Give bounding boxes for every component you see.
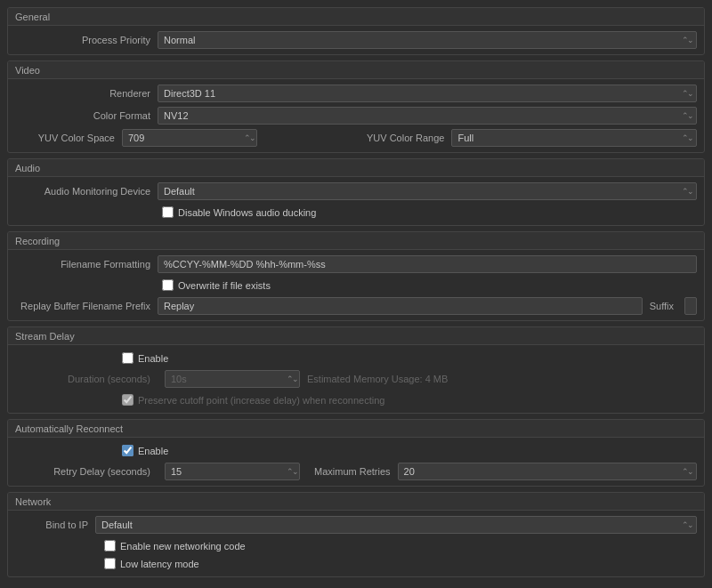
disable-ducking-row: Disable Windows audio ducking bbox=[162, 205, 697, 220]
section-network: Network Bind to IP Default Enable new ne… bbox=[7, 492, 705, 577]
section-body-auto-reconnect: Enable Retry Delay (seconds) Maximum Ret… bbox=[8, 438, 704, 486]
section-video: Video Renderer Direct3D 11 Color Format … bbox=[7, 60, 705, 153]
auto-reconnect-enable-checkbox[interactable] bbox=[122, 445, 134, 456]
bind-ip-label: Bind to IP bbox=[15, 520, 95, 530]
retry-delay-input[interactable] bbox=[165, 463, 300, 480]
section-body-recording: Filename Formatting Overwrite if file ex… bbox=[8, 250, 704, 320]
filename-label: Filename Formatting bbox=[15, 259, 158, 270]
section-title-recording: Recording bbox=[8, 232, 704, 250]
section-title-stream-delay: Stream Delay bbox=[8, 327, 704, 345]
max-retries-label: Maximum Retries bbox=[307, 466, 391, 477]
color-format-wrapper: NV12 bbox=[158, 107, 697, 125]
section-body-video: Renderer Direct3D 11 Color Format NV12 Y… bbox=[8, 79, 704, 152]
auto-reconnect-enable-label[interactable]: Enable bbox=[138, 446, 168, 456]
preserve-row: Preserve cutoff point (increase delay) w… bbox=[122, 392, 697, 407]
new-networking-checkbox[interactable] bbox=[104, 540, 116, 552]
retry-delay-spinner bbox=[165, 463, 300, 480]
color-format-select[interactable]: NV12 bbox=[158, 107, 697, 125]
section-title-video: Video bbox=[8, 61, 704, 79]
filename-input[interactable] bbox=[158, 255, 697, 273]
max-retries-wrapper: 20 bbox=[398, 463, 697, 480]
renderer-row: Renderer Direct3D 11 bbox=[15, 85, 697, 102]
yuv-color-range-select[interactable]: Full bbox=[451, 129, 697, 147]
color-format-row: Color Format NV12 bbox=[15, 107, 697, 125]
renderer-select[interactable]: Direct3D 11 bbox=[158, 85, 697, 102]
disable-ducking-label[interactable]: Disable Windows audio ducking bbox=[178, 207, 316, 218]
retry-delay-label: Retry Delay (seconds) bbox=[15, 466, 158, 477]
yuv-color-range-group: YUV Color Range Full bbox=[360, 129, 697, 147]
audio-monitoring-row: Audio Monitoring Device Default bbox=[15, 182, 697, 200]
new-networking-label[interactable]: Enable new networking code bbox=[120, 541, 246, 552]
section-stream-delay: Stream Delay Enable Duration (seconds) E… bbox=[7, 326, 705, 414]
stream-delay-enable-row: Enable bbox=[122, 350, 697, 366]
memory-usage-label: Estimated Memory Usage: 4 MB bbox=[307, 374, 448, 384]
auto-reconnect-enable-row: Enable bbox=[122, 443, 697, 458]
low-latency-label[interactable]: Low latency mode bbox=[120, 559, 199, 569]
section-body-general: Process Priority Normal bbox=[8, 26, 704, 54]
section-title-audio: Audio bbox=[8, 159, 704, 177]
section-audio: Audio Audio Monitoring Device Default Di… bbox=[7, 158, 705, 226]
replay-suffix-label: Suffix bbox=[643, 301, 681, 311]
section-general: General Process Priority Normal bbox=[7, 7, 705, 55]
duration-row: Duration (seconds) Estimated Memory Usag… bbox=[15, 370, 697, 388]
settings-container: General Process Priority Normal Video Re… bbox=[0, 0, 712, 588]
duration-spinner bbox=[165, 370, 300, 388]
process-priority-row: Process Priority Normal bbox=[15, 31, 697, 49]
replay-suffix-input[interactable] bbox=[684, 297, 697, 315]
section-title-network: Network bbox=[8, 493, 704, 511]
bind-ip-wrapper: Default bbox=[95, 516, 697, 534]
section-body-network: Bind to IP Default Enable new networking… bbox=[8, 511, 704, 576]
preserve-checkbox[interactable] bbox=[122, 394, 134, 406]
section-body-stream-delay: Enable Duration (seconds) Estimated Memo… bbox=[8, 345, 704, 413]
new-networking-row: Enable new networking code bbox=[15, 538, 697, 553]
max-retries-select[interactable]: 20 bbox=[398, 463, 697, 480]
bind-ip-select[interactable]: Default bbox=[95, 516, 697, 534]
process-priority-wrapper: Normal bbox=[158, 31, 697, 49]
filename-row: Filename Formatting bbox=[15, 255, 697, 273]
process-priority-select[interactable]: Normal bbox=[158, 31, 697, 49]
audio-monitoring-wrapper: Default bbox=[158, 182, 697, 200]
overwrite-checkbox[interactable] bbox=[162, 279, 174, 291]
replay-prefix-input[interactable] bbox=[158, 297, 643, 315]
yuv-color-range-label: YUV Color Range bbox=[360, 133, 451, 143]
process-priority-label: Process Priority bbox=[15, 35, 158, 45]
low-latency-row: Low latency mode bbox=[15, 556, 697, 571]
yuv-color-space-spinner bbox=[122, 129, 257, 147]
section-auto-reconnect: Automatically Reconnect Enable Retry Del… bbox=[7, 419, 705, 487]
stream-delay-enable-checkbox[interactable] bbox=[122, 352, 134, 364]
section-title-general: General bbox=[8, 8, 704, 26]
low-latency-checkbox[interactable] bbox=[104, 558, 116, 569]
retry-row: Retry Delay (seconds) Maximum Retries 20 bbox=[15, 463, 697, 480]
yuv-color-space-label: YUV Color Space bbox=[15, 133, 122, 143]
preserve-label: Preserve cutoff point (increase delay) w… bbox=[138, 395, 384, 406]
section-body-audio: Audio Monitoring Device Default Disable … bbox=[8, 177, 704, 225]
bind-ip-row: Bind to IP Default bbox=[15, 516, 697, 534]
audio-monitoring-label: Audio Monitoring Device bbox=[15, 186, 158, 197]
yuv-color-space-group: YUV Color Space bbox=[15, 129, 352, 147]
disable-ducking-checkbox[interactable] bbox=[162, 206, 174, 218]
section-title-auto-reconnect: Automatically Reconnect bbox=[8, 420, 704, 438]
audio-monitoring-select[interactable]: Default bbox=[158, 182, 697, 200]
yuv-color-space-input[interactable] bbox=[122, 129, 257, 147]
replay-buffer-row: Replay Buffer Filename Prefix Suffix bbox=[15, 297, 697, 315]
stream-delay-enable-label[interactable]: Enable bbox=[138, 353, 168, 364]
duration-label: Duration (seconds) bbox=[15, 374, 158, 384]
renderer-label: Renderer bbox=[15, 88, 158, 99]
renderer-wrapper: Direct3D 11 bbox=[158, 85, 697, 102]
overwrite-row: Overwrite if file exists bbox=[162, 278, 697, 293]
yuv-row: YUV Color Space YUV Color Range Full bbox=[15, 129, 697, 147]
color-format-label: Color Format bbox=[15, 110, 158, 121]
replay-prefix-label: Replay Buffer Filename Prefix bbox=[15, 301, 158, 311]
overwrite-label[interactable]: Overwrite if file exists bbox=[178, 280, 271, 291]
yuv-color-range-wrapper: Full bbox=[451, 129, 697, 147]
section-recording: Recording Filename Formatting Overwrite … bbox=[7, 231, 705, 321]
duration-input[interactable] bbox=[165, 370, 300, 388]
